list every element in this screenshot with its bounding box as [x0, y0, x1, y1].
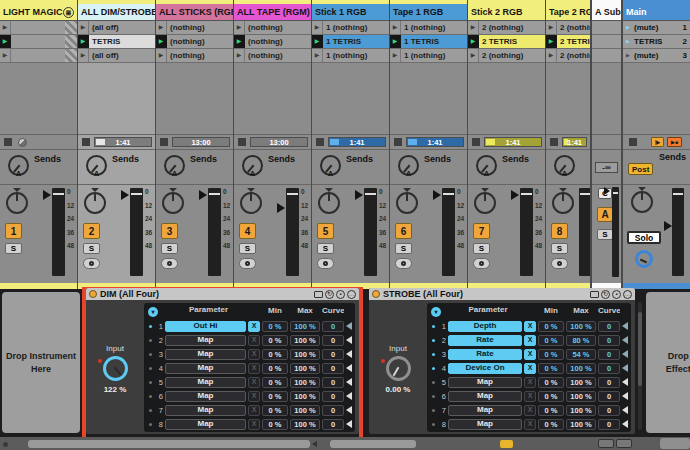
min-value[interactable]: 0 % — [262, 391, 288, 402]
max-value[interactable]: 100 % — [566, 391, 596, 402]
clip-play-icon[interactable]: ▶ — [390, 35, 401, 48]
curve-value[interactable]: 0 — [322, 419, 344, 430]
empty-clip-grid[interactable] — [156, 63, 233, 135]
max-value[interactable]: 100 % — [290, 405, 320, 416]
clip-play-icon[interactable]: ▶ — [546, 35, 557, 48]
clip-slot[interactable]: ▶(nothing) — [156, 49, 233, 63]
clip-slot[interactable]: ▶(nothing) — [234, 21, 311, 35]
volume-fader[interactable] — [208, 188, 221, 276]
track-header[interactable]: A Sub — [592, 4, 621, 21]
curve-value[interactable]: 0 — [322, 405, 344, 416]
pan-knob[interactable] — [240, 192, 262, 214]
clip-slot[interactable]: ▶ — [0, 49, 77, 63]
scrollbar-thumb[interactable] — [660, 438, 690, 449]
empty-clip-grid[interactable] — [78, 63, 155, 135]
clear-mapping-button[interactable]: X — [248, 349, 260, 360]
track-header[interactable]: LIGHT MAGIC ≣ — [0, 4, 77, 21]
device-on-led[interactable] — [372, 290, 380, 298]
save-preset-icon[interactable]: ▪ — [336, 290, 345, 299]
clip-play-icon[interactable]: ▶ — [234, 21, 245, 34]
device-title-bar[interactable]: DIM (All Four) ↻ ▪ … — [86, 288, 359, 300]
arrangement-play-stop-button[interactable]: ▶■ — [667, 137, 682, 147]
clip-slot[interactable]: ▶(all off) — [78, 21, 155, 35]
clear-mapping-button[interactable]: X — [248, 419, 260, 430]
volume-fader[interactable] — [52, 188, 65, 276]
map-button[interactable]: Map — [165, 419, 246, 430]
map-button[interactable]: Map — [165, 391, 246, 402]
max-value[interactable]: 80 % — [566, 335, 596, 346]
clip-play-icon[interactable]: ▶ — [156, 21, 167, 34]
sidechain-panel-icon[interactable] — [590, 291, 599, 298]
clip-slot[interactable]: ▶1 (nothing) — [312, 21, 389, 35]
curve-value[interactable]: 0 — [598, 377, 620, 388]
track-header[interactable]: Stick 1 RGB — [312, 4, 389, 21]
clip-slot[interactable]: ▶(nothing) — [156, 35, 233, 49]
clip-stop-button[interactable] — [316, 138, 324, 146]
clear-mapping-button[interactable]: X — [524, 405, 536, 416]
track-header[interactable]: Tape 1 RGB — [390, 4, 467, 21]
clip-play-icon[interactable]: ▶ — [312, 35, 323, 48]
map-button[interactable]: Map — [165, 335, 246, 346]
max-value[interactable]: 100 % — [566, 363, 596, 374]
clip-play-icon[interactable]: ▶ — [312, 49, 323, 62]
clip-slot[interactable]: ▶1 (nothing) — [390, 21, 467, 35]
volume-fader[interactable] — [130, 188, 143, 276]
clip-play-icon[interactable]: ▶ — [546, 49, 557, 62]
min-value[interactable]: 0 % — [538, 391, 564, 402]
send-a-knob[interactable]: A — [476, 155, 497, 176]
drop-audio-effects-zone[interactable]: Drop Audio Effects Here — [646, 292, 690, 433]
min-value[interactable]: 0 % — [538, 419, 564, 430]
clip-slot[interactable]: ▶2 TETRIS — [546, 35, 590, 49]
arm-button[interactable] — [161, 258, 178, 269]
clip-slot[interactable]: ▶1 (nothing) — [390, 49, 467, 63]
empty-clip-grid[interactable] — [312, 63, 389, 135]
curve-value[interactable]: 0 — [598, 349, 620, 360]
empty-clip-grid[interactable] — [390, 63, 467, 135]
return-activator[interactable]: A — [597, 207, 613, 222]
min-value[interactable]: 0 % — [262, 419, 288, 430]
min-value[interactable]: 0 % — [262, 405, 288, 416]
clip-play-icon[interactable]: ▶ — [468, 49, 479, 62]
volume-handle[interactable] — [121, 190, 129, 200]
clip-play-icon[interactable]: ▶ — [78, 49, 89, 62]
parameter-name-button[interactable]: Depth — [448, 321, 522, 332]
clip-slot[interactable]: ▶(nothing) — [156, 21, 233, 35]
curve-value[interactable]: 0 — [598, 321, 620, 332]
pan-knob[interactable] — [631, 191, 653, 213]
clear-mapping-button[interactable]: X — [524, 391, 536, 402]
solo-button[interactable]: S — [395, 243, 412, 254]
clip-play-icon[interactable]: ▶ — [234, 49, 245, 62]
send-a-knob[interactable]: A — [398, 155, 419, 176]
max-value[interactable]: 100 % — [566, 419, 596, 430]
min-value[interactable]: 0 % — [538, 321, 564, 332]
curve-value[interactable]: 0 — [598, 405, 620, 416]
scene-slot[interactable]: ▶(mute)3 — [623, 49, 690, 63]
clip-slot[interactable]: ▶TETRIS — [78, 35, 155, 49]
volume-handle[interactable] — [433, 190, 441, 200]
drop-instrument-zone[interactable]: Drop Instrument Here — [2, 292, 80, 433]
clip-slot[interactable]: ▶ — [0, 35, 77, 49]
back-to-arrangement-button[interactable]: |▶ — [651, 137, 664, 147]
input-value[interactable]: 122 % — [86, 385, 144, 394]
scene-slot[interactable]: ▶TETRIS2 — [623, 35, 690, 49]
clip-slot[interactable]: ▶1 TETRIS — [312, 35, 389, 49]
min-value[interactable]: 0 % — [262, 349, 288, 360]
clear-mapping-button[interactable]: X — [248, 377, 260, 388]
solo-button[interactable]: S — [239, 243, 256, 254]
clear-mapping-button[interactable]: X — [248, 391, 260, 402]
clip-slot[interactable]: ▶(nothing) — [234, 49, 311, 63]
map-button[interactable]: Map — [165, 349, 246, 360]
clip-play-icon[interactable]: ▶ — [0, 35, 11, 48]
pan-knob[interactable] — [162, 192, 184, 214]
volume-handle[interactable] — [664, 221, 672, 231]
device-on-led[interactable] — [89, 290, 97, 298]
input-value[interactable]: 0.00 % — [369, 385, 427, 394]
zoom-button[interactable] — [598, 439, 614, 448]
volume-handle[interactable] — [43, 190, 51, 200]
preview-cue-volume-knob[interactable] — [635, 250, 653, 268]
solo-button[interactable]: S — [597, 229, 613, 240]
parameter-name-button[interactable]: Rate — [448, 349, 522, 360]
arm-button[interactable] — [239, 258, 256, 269]
volume-handle[interactable] — [277, 203, 285, 213]
hotswap-icon[interactable]: ↻ — [325, 290, 334, 299]
